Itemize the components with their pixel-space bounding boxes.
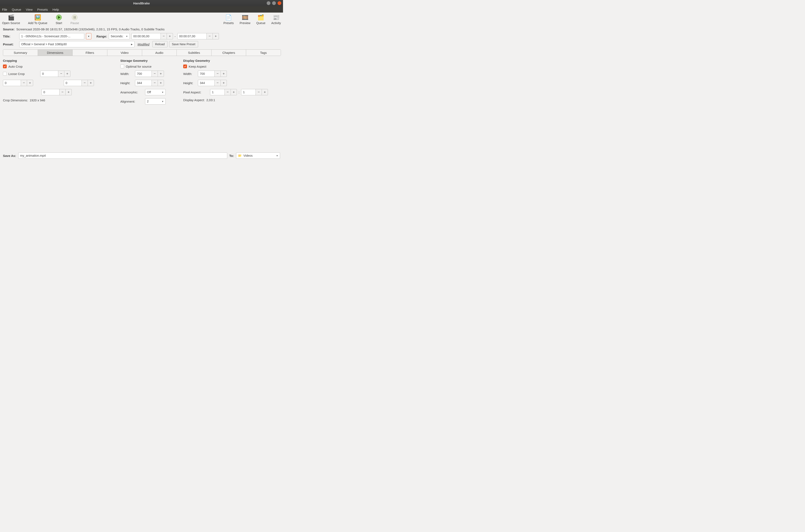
range-end-spin[interactable]: −+: [177, 33, 219, 39]
tab-dimensions[interactable]: Dimensions: [38, 50, 73, 56]
svg-point-2: [72, 15, 77, 20]
storage-width-spin[interactable]: −+: [135, 71, 164, 77]
minus-icon[interactable]: −: [58, 71, 65, 77]
minus-icon[interactable]: −: [215, 71, 221, 77]
pause-button: Pause: [70, 14, 79, 25]
par-denominator-spin[interactable]: −+: [241, 89, 268, 95]
minus-icon[interactable]: −: [21, 80, 27, 86]
crop-bottom-field: [41, 89, 59, 95]
plus-icon[interactable]: +: [231, 89, 237, 95]
minus-icon[interactable]: −: [206, 33, 213, 39]
plus-icon[interactable]: +: [158, 71, 164, 77]
range-end-field[interactable]: [177, 33, 207, 39]
plus-icon[interactable]: +: [167, 33, 173, 39]
auto-crop-checkbox[interactable]: ✔ Auto Crop: [3, 64, 114, 68]
anamorphic-label: Anamorphic:: [120, 91, 143, 94]
tab-video[interactable]: Video: [107, 50, 142, 56]
preset-combo[interactable]: Official > General > Fast 1080p30 ▶: [19, 41, 134, 48]
window-title: HandBrake: [133, 1, 150, 5]
storage-height-field[interactable]: [135, 80, 152, 86]
range-label: Range:: [96, 35, 107, 38]
window-minimize-icon[interactable]: [267, 1, 271, 5]
tab-chapters[interactable]: Chapters: [212, 50, 246, 56]
svg-rect-3: [74, 16, 75, 19]
plus-icon[interactable]: +: [158, 80, 164, 86]
source-row: Source: Screencast 2020-08-30 18:01:57, …: [3, 27, 281, 31]
par-numerator-spin[interactable]: −+: [210, 89, 237, 95]
caret-down-icon: ▼: [162, 100, 164, 102]
activity-button[interactable]: 📰 Activity: [271, 14, 281, 25]
add-queue-icon: 🖼️: [34, 14, 41, 20]
loose-crop-checkbox[interactable]: Loose Crop: [3, 72, 39, 76]
window-maximize-icon[interactable]: [272, 1, 276, 5]
menu-view[interactable]: View: [26, 8, 33, 11]
plus-icon[interactable]: +: [221, 71, 227, 77]
minus-icon[interactable]: −: [224, 89, 231, 95]
plus-icon[interactable]: +: [88, 80, 94, 86]
crop-right-spin[interactable]: −+: [64, 80, 94, 86]
tab-tags[interactable]: Tags: [246, 50, 281, 56]
crop-bottom-spin[interactable]: −+: [41, 89, 72, 95]
range-start-spin[interactable]: −+: [131, 33, 173, 39]
range-start-field[interactable]: [131, 33, 161, 39]
window-close-icon[interactable]: [278, 1, 281, 5]
keep-aspect-checkbox[interactable]: ✔ Keep Aspect: [183, 64, 281, 68]
tab-summary[interactable]: Summary: [3, 50, 38, 56]
plus-icon[interactable]: +: [27, 80, 33, 86]
minus-icon[interactable]: −: [161, 33, 167, 39]
alignment-combo[interactable]: 2▼: [145, 98, 166, 104]
storage-height-spin[interactable]: −+: [135, 80, 164, 86]
minus-icon[interactable]: −: [151, 71, 158, 77]
presets-button[interactable]: 📄 Presets: [223, 14, 234, 25]
plus-icon[interactable]: +: [213, 33, 219, 39]
menubar: File Queue View Presets Help: [0, 6, 283, 13]
crop-left-spin[interactable]: −+: [3, 80, 33, 86]
start-button[interactable]: Start: [55, 14, 62, 25]
add-to-queue-button[interactable]: 🖼️ Add To Queue: [28, 14, 47, 25]
minus-icon[interactable]: −: [215, 80, 221, 86]
menu-help[interactable]: Help: [52, 8, 59, 11]
preview-label: Preview: [240, 21, 251, 25]
checkbox-icon: [120, 64, 124, 68]
minus-icon[interactable]: −: [256, 89, 262, 95]
title-field[interactable]: [19, 33, 84, 39]
presets-icon: 📄: [225, 14, 232, 20]
preview-icon: 🎞️: [241, 14, 249, 20]
tab-audio[interactable]: Audio: [142, 50, 177, 56]
optimal-for-source-checkbox[interactable]: Optimal for source: [120, 64, 177, 68]
display-height-spin[interactable]: −+: [198, 80, 227, 86]
anamorphic-combo[interactable]: Off▼: [145, 89, 166, 95]
queue-icon: 🗂️: [257, 14, 264, 20]
plus-icon[interactable]: +: [221, 80, 227, 86]
plus-icon[interactable]: +: [64, 71, 70, 77]
range-mode-combo[interactable]: Seconds:▼: [109, 33, 130, 39]
preview-button[interactable]: 🎞️ Preview: [240, 14, 251, 25]
titlebar: HandBrake: [0, 0, 283, 6]
add-to-queue-label: Add To Queue: [28, 21, 47, 25]
tab-filters[interactable]: Filters: [73, 50, 107, 56]
plus-icon[interactable]: +: [66, 89, 72, 95]
minus-icon[interactable]: −: [59, 89, 66, 95]
save-new-preset-button[interactable]: Save New Preset: [169, 41, 198, 48]
menu-file[interactable]: File: [2, 8, 7, 11]
destination-combo[interactable]: 📁Videos ▼: [236, 152, 280, 159]
minus-icon[interactable]: −: [151, 80, 158, 86]
crop-top-spin[interactable]: −+: [40, 71, 70, 77]
reload-preset-button[interactable]: Reload: [152, 41, 167, 48]
caret-right-icon: ▶: [131, 43, 133, 45]
open-source-button[interactable]: 🎬 Open Source: [2, 14, 20, 25]
display-width-spin[interactable]: −+: [198, 71, 227, 77]
queue-button[interactable]: 🗂️ Queue: [256, 14, 266, 25]
storage-width-field[interactable]: [135, 71, 152, 77]
title-dropdown-button[interactable]: ▼: [86, 33, 91, 39]
plus-icon[interactable]: +: [262, 89, 268, 95]
crop-right-field: [64, 80, 82, 86]
storage-height-label: Height:: [120, 81, 133, 85]
menu-queue[interactable]: Queue: [12, 8, 21, 11]
tab-subtitles[interactable]: Subtitles: [177, 50, 212, 56]
crop-dims-label: Crop Dimensions:: [3, 98, 28, 102]
save-as-field[interactable]: [18, 152, 227, 159]
caret-down-icon: ▼: [126, 35, 128, 38]
menu-presets[interactable]: Presets: [37, 8, 48, 11]
minus-icon[interactable]: −: [81, 80, 88, 86]
